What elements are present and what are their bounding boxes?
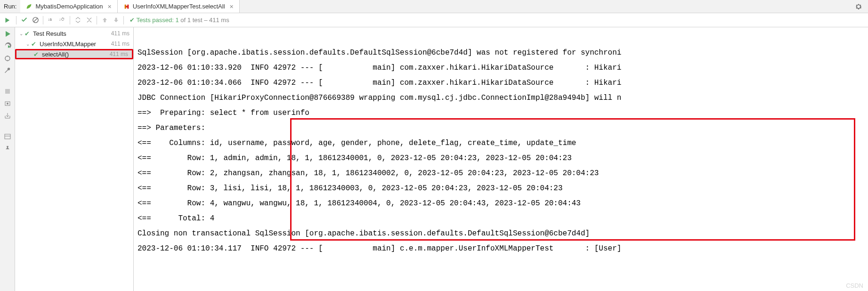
dump-icon[interactable] (4, 100, 11, 107)
export-icon[interactable] (4, 112, 11, 120)
tree-time: 411 ms (111, 40, 133, 47)
check-icon: ✔ (130, 16, 136, 24)
log-line: <== Row: 4, wangwu, wangwu, 18, 1, 18612… (138, 199, 581, 208)
watermark: CSDN (846, 282, 863, 289)
check-icon: ✔ (33, 51, 40, 58)
run-config-tab-mybatis[interactable]: MybatisDemoApplication × (20, 0, 117, 13)
log-line: ==> Parameters: (138, 124, 210, 132)
show-passed-toggle[interactable] (18, 15, 30, 26)
separator (16, 16, 16, 24)
log-line: 2023-12-06 01:10:34.066 INFO 42972 --- [… (138, 79, 621, 87)
rerun-icon[interactable] (4, 30, 11, 38)
close-icon[interactable]: × (108, 3, 112, 10)
status-passed-label: Tests passed: 1 (136, 16, 178, 24)
log-line: <== Columns: id, username, password, age… (138, 139, 576, 147)
svg-text:↓a: ↓a (48, 17, 52, 22)
status-detail-label: of 1 test – 411 ms (179, 16, 229, 24)
separator (70, 16, 70, 24)
spring-leaf-icon (26, 3, 32, 10)
tool-gutter (0, 27, 15, 291)
rerun-failed-icon[interactable] (4, 42, 11, 50)
toggle-auto-icon[interactable] (4, 55, 11, 62)
sort-duration-button[interactable]: ↓⏱ (57, 15, 68, 26)
log-line: 2023-12-06 01:10:33.920 INFO 42972 --- [… (138, 64, 621, 72)
svg-rect-5 (5, 89, 10, 94)
tree-time: 411 ms (111, 30, 133, 37)
check-icon: ✔ (31, 40, 38, 48)
test-status-text: ✔ Tests passed: 1 of 1 test – 411 ms (130, 16, 229, 24)
close-icon[interactable]: × (230, 3, 234, 10)
next-failed-button[interactable] (110, 15, 122, 26)
svg-text:↓⏱: ↓⏱ (59, 17, 65, 22)
test-toolbar: ↓a ↓⏱ ✔ Tests passed: 1 of 1 test – 411 … (0, 13, 868, 27)
gear-icon[interactable] (855, 3, 862, 10)
tree-method-node[interactable]: ✔ selectAll() 411 ms (15, 49, 133, 59)
separator (97, 16, 97, 24)
log-line: <== Total: 4 (138, 214, 214, 223)
check-icon: ✔ (24, 30, 31, 37)
layout-icon[interactable] (4, 133, 11, 140)
run-tab-bar: Run: MybatisDemoApplication × UserInfoXM… (0, 0, 868, 13)
log-line: SqlSession [org.apache.ibatis.session.de… (138, 48, 621, 57)
separator (43, 16, 43, 24)
tree-label: Test Results (33, 30, 111, 37)
separator (123, 16, 124, 24)
log-line: Closing non transactional SqlSession [or… (138, 229, 590, 238)
log-line: JDBC Connection [HikariProxyConnection@8… (138, 94, 621, 102)
tree-time: 411 ms (110, 51, 132, 57)
svg-rect-8 (5, 134, 10, 139)
tree-class-node[interactable]: ⌄ ✔ UserInfoXMLMapper 411 ms (15, 39, 133, 49)
run-label: Run: (4, 3, 16, 10)
collapse-all-button[interactable] (83, 15, 95, 26)
tree-label: selectAll() (42, 51, 110, 58)
log-line: 2023-12-06 01:10:34.117 INFO 42972 --- [… (138, 244, 621, 253)
chevron-down-icon[interactable]: ⌄ (24, 41, 31, 47)
arrows-icon (123, 3, 130, 10)
play-icon[interactable] (4, 17, 10, 24)
test-tree: ⌄ ✔ Test Results 411 ms ⌄ ✔ UserInfoXMLM… (15, 27, 134, 291)
log-line: <== Row: 2, zhangsan, zhangsan, 18, 1, 1… (138, 169, 599, 178)
tree-label: UserInfoXMLMapper (40, 40, 111, 48)
stop-icon[interactable] (4, 88, 11, 95)
tab-label: MybatisDemoApplication (35, 3, 103, 10)
pin-icon[interactable] (4, 145, 11, 153)
expand-all-button[interactable] (72, 15, 83, 26)
tree-root[interactable]: ⌄ ✔ Test Results 411 ms (15, 28, 133, 39)
annotation-highlight-box (290, 118, 855, 241)
run-config-tab-test[interactable]: UserInfoXMLMapperTest.selectAll × (118, 0, 240, 13)
svg-point-7 (7, 103, 8, 105)
prev-failed-button[interactable] (99, 15, 110, 26)
log-line: ==> Preparing: select * from userinfo (138, 109, 309, 117)
show-ignored-toggle[interactable] (30, 15, 41, 26)
tab-label: UserInfoXMLMapperTest.selectAll (133, 3, 225, 10)
log-line: <== Row: 3, lisi, lisi, 18, 1, 186123400… (138, 184, 563, 193)
chevron-down-icon[interactable]: ⌄ (18, 31, 24, 36)
sort-alpha-button[interactable]: ↓a (45, 15, 57, 26)
console-output[interactable]: SqlSession [org.apache.ibatis.session.de… (134, 27, 868, 291)
log-line: <== Row: 1, admin, admin, 18, 1, 1861234… (138, 154, 572, 162)
wrench-icon[interactable] (4, 67, 11, 74)
svg-line-1 (33, 18, 37, 22)
